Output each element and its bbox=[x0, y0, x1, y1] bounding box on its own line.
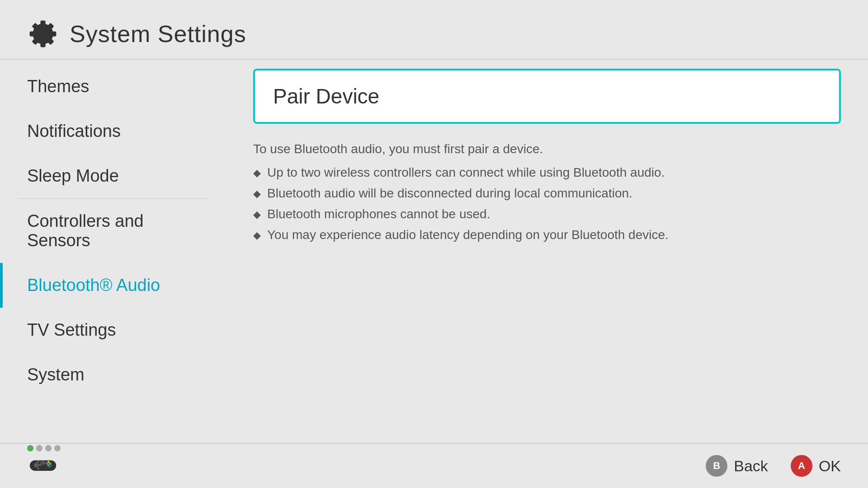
bullet-diamond-icon: ◆ bbox=[253, 188, 261, 200]
footer-left bbox=[27, 445, 61, 487]
header: System Settings bbox=[0, 0, 868, 59]
page-title: System Settings bbox=[70, 20, 246, 47]
back-circle-icon: B bbox=[706, 455, 727, 477]
controller-dots bbox=[27, 445, 61, 451]
footer-right: BBackAOK bbox=[706, 455, 841, 477]
sidebar: ThemesNotificationsSleep ModeControllers… bbox=[0, 60, 226, 430]
bullet-text: You may experience audio latency dependi… bbox=[267, 228, 669, 242]
pair-device-card[interactable]: Pair Device bbox=[253, 69, 841, 124]
info-description: To use Bluetooth audio, you must first p… bbox=[253, 142, 841, 156]
indicator-dot-0 bbox=[27, 445, 33, 451]
bullet-diamond-icon: ◆ bbox=[253, 209, 261, 221]
bullet-item: ◆Bluetooth microphones cannot be used. bbox=[253, 207, 841, 221]
svg-point-7 bbox=[37, 460, 39, 463]
svg-point-14 bbox=[47, 464, 50, 466]
sidebar-item-sleep-mode[interactable]: Sleep Mode bbox=[0, 154, 226, 198]
sidebar-item-system[interactable]: System bbox=[0, 352, 226, 397]
controller-icon bbox=[27, 455, 59, 487]
bullet-text: Bluetooth microphones cannot be used. bbox=[267, 207, 490, 221]
ok-label: OK bbox=[819, 457, 841, 475]
footer-back-button[interactable]: BBack bbox=[706, 455, 768, 477]
indicator-dot-2 bbox=[45, 445, 52, 451]
bullet-diamond-icon: ◆ bbox=[253, 230, 261, 241]
bullet-item: ◆Up to two wireless controllers can conn… bbox=[253, 165, 841, 180]
sidebar-item-tv-settings[interactable]: TV Settings bbox=[0, 308, 226, 352]
bullet-text: Bluetooth audio will be disconnected dur… bbox=[267, 186, 632, 201]
content-area: Pair Device To use Bluetooth audio, you … bbox=[226, 60, 868, 430]
svg-point-10 bbox=[39, 464, 41, 466]
info-section: To use Bluetooth audio, you must first p… bbox=[253, 137, 841, 253]
pair-device-title: Pair Device bbox=[273, 84, 821, 108]
footer-ok-button[interactable]: AOK bbox=[791, 455, 841, 477]
indicator-dot-3 bbox=[54, 445, 61, 451]
svg-point-12 bbox=[47, 461, 50, 463]
sidebar-item-bluetooth-audio[interactable]: Bluetooth® Audio bbox=[0, 263, 226, 308]
back-label: Back bbox=[734, 457, 768, 475]
sidebar-item-controllers-and-sensors[interactable]: Controllers and Sensors bbox=[0, 199, 226, 263]
controller-info bbox=[27, 445, 61, 487]
svg-point-13 bbox=[49, 462, 51, 465]
sidebar-item-notifications[interactable]: Notifications bbox=[0, 109, 226, 154]
bullet-text: Up to two wireless controllers can conne… bbox=[267, 165, 665, 180]
svg-point-11 bbox=[46, 462, 48, 465]
footer: BBackAOK bbox=[0, 443, 868, 488]
bullet-item: ◆You may experience audio latency depend… bbox=[253, 228, 841, 242]
svg-rect-6 bbox=[40, 462, 46, 464]
settings-icon bbox=[27, 18, 59, 50]
bullet-diamond-icon: ◆ bbox=[253, 167, 261, 179]
ok-circle-icon: A bbox=[791, 455, 812, 477]
svg-point-9 bbox=[35, 464, 38, 466]
sidebar-item-themes[interactable]: Themes bbox=[0, 64, 226, 109]
bullet-item: ◆Bluetooth audio will be disconnected du… bbox=[253, 186, 841, 201]
svg-point-8 bbox=[37, 467, 39, 469]
indicator-dot-1 bbox=[36, 445, 42, 451]
bullets-container: ◆Up to two wireless controllers can conn… bbox=[253, 165, 841, 242]
main-content: ThemesNotificationsSleep ModeControllers… bbox=[0, 60, 868, 430]
